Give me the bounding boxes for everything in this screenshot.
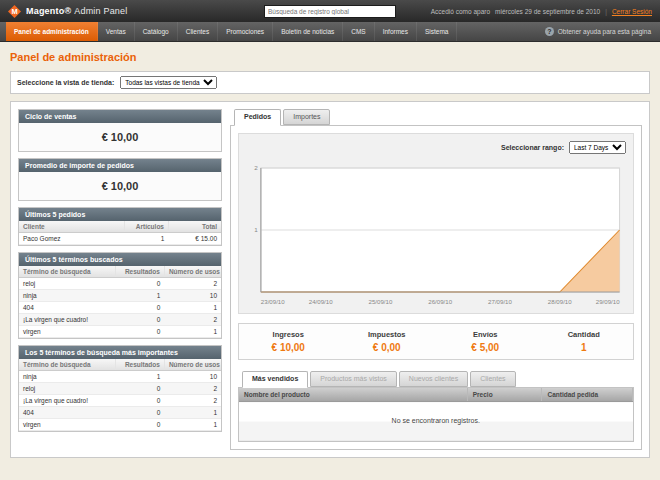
widget-header-sales-cycle[interactable]: Ciclo de ventas — [19, 110, 221, 123]
column-header: Resultados — [116, 359, 164, 371]
nav-item-6[interactable]: CMS — [343, 22, 374, 41]
column-header: Artículos — [124, 221, 168, 233]
brand-text: Magento®Admin Panel — [26, 6, 127, 16]
bottom-tab-1[interactable]: Productos más vistos — [310, 371, 397, 387]
last-search-table: Término de búsquedaResultadosNúmero de u… — [19, 266, 221, 338]
widget-last-search-terms: Últimos 5 términos buscados Término de b… — [18, 252, 222, 339]
widget-header-last-orders[interactable]: Últimos 5 pedidos — [19, 208, 221, 221]
range-row: Seleccionar rango: Last 7 Days — [244, 139, 628, 160]
sales-cycle-value: € 10,00 — [19, 123, 221, 151]
widget-last-orders: Últimos 5 pedidos ClienteArtículosTotalP… — [18, 207, 222, 246]
bottom-tab-0[interactable]: Más vendidos — [242, 371, 308, 388]
nav-items: Panel de administraciónVentasCatálogoCli… — [6, 22, 457, 41]
widget-header-last-search-terms[interactable]: Últimos 5 términos buscados — [19, 253, 221, 266]
stats-row: Ingresos€ 10,00Impuestos€ 0,00Envíos€ 5,… — [238, 323, 634, 360]
table-row[interactable]: ninja110 — [19, 371, 221, 383]
average-order-value: € 10,00 — [19, 172, 221, 200]
column-header: Número de usos — [164, 359, 221, 371]
svg-text:27/09/10: 27/09/10 — [488, 299, 512, 305]
stat-ingresos: Ingresos€ 10,00 — [239, 330, 338, 353]
top-search-table: Término de búsquedaResultadosNúmero de u… — [19, 359, 221, 431]
table-row[interactable]: ¡La virgen que cuadro!02 — [19, 395, 221, 407]
products-table: Nombre del productoPrecioCantidad pedida… — [239, 388, 633, 441]
widget-sales-cycle: Ciclo de ventas € 10,00 — [18, 109, 222, 152]
help-link[interactable]: ? Obtener ayuda para esta página — [545, 22, 660, 41]
empty-message: No se encontraron registros. — [239, 402, 633, 441]
svg-text:2: 2 — [254, 164, 258, 171]
table-row[interactable]: reloj02 — [19, 383, 221, 395]
svg-text:25/09/10: 25/09/10 — [369, 299, 393, 305]
store-view-select[interactable]: Todas las vistas de tienda — [120, 76, 217, 89]
dashboard-left-column: Ciclo de ventas € 10,00 Promedio de impo… — [18, 109, 222, 432]
logged-in-text: Accedió como aparo — [431, 8, 490, 15]
page-body: Panel de administración Seleccione la vi… — [0, 42, 660, 466]
svg-text:23/09/10: 23/09/10 — [261, 299, 285, 305]
bottom-tabs: Más vendidosProductos más vistosNuevos c… — [238, 371, 634, 387]
column-header: Término de búsqueda — [19, 266, 116, 278]
stat-envíos: Envíos€ 5,00 — [436, 330, 535, 353]
svg-text:24/09/10: 24/09/10 — [309, 299, 333, 305]
table-row[interactable]: 40401 — [19, 407, 221, 419]
chart-panel: Seleccionar rango: Last 7 Days 1223/09/1… — [230, 125, 642, 450]
svg-text:29/09/10: 29/09/10 — [596, 299, 620, 305]
table-row[interactable]: ¡La virgen que cuadro!02 — [19, 314, 221, 326]
nav-item-0[interactable]: Panel de administración — [6, 22, 98, 41]
dashboard-main: Ciclo de ventas € 10,00 Promedio de impo… — [10, 101, 650, 458]
global-search-input[interactable] — [264, 5, 396, 18]
orders-chart: 1223/09/1024/09/1025/09/1026/09/1027/09/… — [244, 160, 628, 308]
column-header: Resultados — [116, 266, 164, 278]
svg-text:1: 1 — [254, 226, 258, 233]
table-row[interactable]: ninja110 — [19, 290, 221, 302]
column-header[interactable]: Precio — [467, 388, 542, 402]
svg-text:26/09/10: 26/09/10 — [428, 299, 452, 305]
help-label: Obtener ayuda para esta página — [558, 28, 651, 35]
nav-item-1[interactable]: Ventas — [98, 22, 135, 41]
widget-header-top-search-terms[interactable]: Los 5 términos de búsqueda más important… — [19, 346, 221, 359]
nav-item-5[interactable]: Boletín de noticias — [273, 22, 343, 41]
store-view-box: Seleccione la vista de tienda: Todas las… — [10, 71, 650, 94]
logout-link[interactable]: Cerrar Sesión — [612, 8, 652, 15]
dashboard-right-column: PedidosImportes Seleccionar rango: Last … — [230, 109, 642, 450]
table-row[interactable]: reloj02 — [19, 278, 221, 290]
products-panel: Nombre del productoPrecioCantidad pedida… — [238, 387, 634, 442]
svg-text:M: M — [11, 7, 17, 16]
nav-item-2[interactable]: Catálogo — [135, 22, 178, 41]
tab-1[interactable]: Importes — [283, 109, 330, 125]
last-orders-table: ClienteArtículosTotalPaco Gomez1€ 15.00 — [19, 221, 221, 245]
help-icon: ? — [545, 27, 554, 36]
range-label: Seleccionar rango: — [501, 144, 564, 151]
column-header: Término de búsqueda — [19, 359, 116, 371]
nav-item-3[interactable]: Clientes — [178, 22, 218, 41]
main-nav: Panel de administraciónVentasCatálogoCli… — [0, 22, 660, 42]
tab-0[interactable]: Pedidos — [234, 109, 281, 126]
column-header: Total — [168, 221, 221, 233]
chart-area: Seleccionar rango: Last 7 Days 1223/09/1… — [238, 133, 634, 314]
svg-text:28/09/10: 28/09/10 — [548, 299, 572, 305]
nav-item-8[interactable]: Sistema — [417, 22, 457, 41]
widget-header-average-order[interactable]: Promedio de importe de pedidos — [19, 159, 221, 172]
page-title: Panel de administración — [10, 51, 650, 63]
column-header: Número de usos — [164, 266, 221, 278]
widget-average-order: Promedio de importe de pedidos € 10,00 — [18, 158, 222, 201]
column-header: Cliente — [19, 221, 124, 233]
header-date: miércoles 29 de septiembre de 2010 — [495, 8, 600, 15]
table-row[interactable]: virgen01 — [19, 326, 221, 338]
widget-top-search-terms: Los 5 términos de búsqueda más important… — [18, 345, 222, 432]
separator: | — [605, 8, 607, 15]
range-select[interactable]: Last 7 Days — [569, 141, 626, 154]
top-bar: M Magento®Admin Panel Accedió como aparo… — [0, 0, 660, 22]
nav-item-7[interactable]: Informes — [375, 22, 417, 41]
stat-impuestos: Impuestos€ 0,00 — [338, 330, 437, 353]
table-row[interactable]: 40401 — [19, 302, 221, 314]
bottom-tab-3[interactable]: Clientes — [470, 371, 515, 387]
chart-tabs: PedidosImportes — [230, 109, 642, 125]
column-header[interactable]: Nombre del producto — [239, 388, 467, 402]
nav-item-4[interactable]: Promociones — [218, 22, 273, 41]
stat-cantidad: Cantidad1 — [535, 330, 634, 353]
table-row[interactable]: virgen01 — [19, 419, 221, 431]
column-header[interactable]: Cantidad pedida — [542, 388, 633, 402]
bottom-tab-2[interactable]: Nuevos clientes — [399, 371, 468, 387]
magento-logo-icon: M — [8, 5, 21, 18]
store-view-label: Seleccione la vista de tienda: — [17, 79, 114, 86]
table-row[interactable]: Paco Gomez1€ 15.00 — [19, 233, 221, 245]
